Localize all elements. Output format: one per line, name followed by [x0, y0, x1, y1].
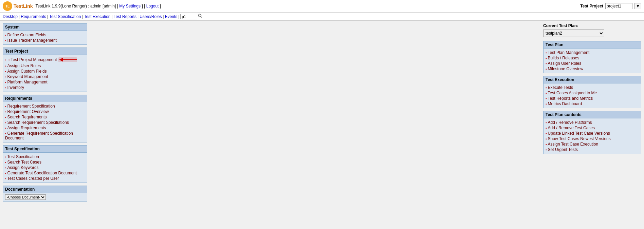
documentation-row: -Choose Document-: [5, 194, 85, 200]
section-documentation-body: -Choose Document-: [3, 193, 87, 202]
rs-test-execution-body: Execute Tests Test Cases Assigned to Me …: [543, 83, 641, 108]
rs-link-set-urgent-tests[interactable]: Set Urgent Tests: [546, 147, 639, 152]
rs-link-milestone-overview[interactable]: Milestone Overview: [546, 66, 639, 72]
nav-search-button[interactable]: [197, 14, 203, 19]
rs-link-test-cases-assigned-to-me[interactable]: Test Cases Assigned to Me: [546, 90, 639, 96]
link-platform-management[interactable]: Platform Management: [5, 79, 85, 85]
link-define-custom-fields[interactable]: Define Custom Fields: [5, 32, 85, 38]
svg-point-0: [199, 14, 201, 17]
section-system: System Define Custom Fields Issue Tracke…: [3, 23, 87, 45]
link-test-project-management[interactable]: ▪Test Project Management: [5, 57, 57, 62]
rs-link-execute-tests[interactable]: Execute Tests: [546, 85, 639, 90]
link-generate-req-doc[interactable]: Generate Requirement Specification Docum…: [5, 131, 85, 141]
rs-link-assign-test-case-execution[interactable]: Assign Test Case Execution: [546, 141, 639, 147]
link-inventory[interactable]: Inventory: [5, 85, 85, 90]
link-search-test-cases[interactable]: Search Test Cases: [5, 159, 85, 165]
link-issue-tracker[interactable]: Issue Tracker Management: [5, 38, 85, 43]
test-plan-select[interactable]: testplan2: [543, 30, 604, 37]
nav-desktop[interactable]: Desktop: [3, 14, 18, 19]
link-keyword-management[interactable]: Keyword Management: [5, 74, 85, 79]
section-test-specification: Test Specification Test Specification Se…: [3, 145, 87, 183]
header-bracket-sep: ] [: [142, 4, 145, 8]
rs-link-test-plan-management[interactable]: Test Plan Management: [546, 50, 639, 55]
rs-link-metrics-dashboard[interactable]: Metrics Dashboard: [546, 101, 639, 107]
rs-section-test-execution: Test Execution Execute Tests Test Cases …: [543, 76, 641, 108]
center-content: [90, 21, 540, 217]
header-close: ]: [160, 4, 161, 8]
rs-link-show-newest-versions[interactable]: Show Test Cases Newest Versions: [546, 136, 639, 141]
rs-link-test-reports-metrics[interactable]: Test Reports and Metrics: [546, 96, 639, 101]
rs-test-plan-contents-header: Test Plan contents: [543, 111, 641, 118]
rs-link-assign-user-roles[interactable]: Assign User Roles: [546, 61, 639, 66]
header: TL TestLink TestLink 1.9.9(Lone Ranger) …: [0, 0, 644, 13]
nav-requirements[interactable]: Requirements: [21, 14, 46, 19]
link-requirement-specification[interactable]: Requirement Specification: [5, 103, 85, 109]
red-arrow-annotation: [58, 56, 79, 63]
section-requirements: Requirements Requirement Specification R…: [3, 95, 87, 142]
header-right: Test Project ▼: [580, 3, 641, 9]
search-icon: [198, 14, 203, 18]
current-test-plan-label: Current Test Plan:: [543, 23, 641, 28]
rs-test-execution-header: Test Execution: [543, 76, 641, 83]
nav-users-roles[interactable]: Users/Roles: [140, 14, 162, 19]
rs-test-plan-body: Test Plan Management Builds / Releases A…: [543, 49, 641, 73]
test-project-input[interactable]: [605, 3, 632, 9]
section-system-header: System: [3, 23, 87, 31]
section-test-project-body: ▪Test Project Management Assign User Rol: [3, 55, 87, 92]
sidebar: System Define Custom Fields Issue Tracke…: [0, 21, 90, 217]
link-assign-requirements[interactable]: Assign Requirements: [5, 125, 85, 131]
rs-link-add-remove-test-cases[interactable]: Add / Remove Test Cases: [546, 125, 639, 131]
link-assign-keywords[interactable]: Assign Keywords: [5, 165, 85, 170]
main: System Define Custom Fields Issue Tracke…: [0, 21, 644, 217]
section-requirements-header: Requirements: [3, 95, 87, 102]
nav-test-execution[interactable]: Test Execution: [84, 14, 111, 19]
rs-test-plan-contents-body: Add / Remove Platforms Add / Remove Test…: [543, 118, 641, 154]
header-title-text: TestLink 1.9.9(Lone Ranger) : admin [adm…: [36, 4, 161, 8]
link-test-specification[interactable]: Test Specification: [5, 154, 85, 159]
link-assign-user-roles[interactable]: Assign User Roles: [5, 63, 85, 69]
test-project-label: Test Project: [580, 4, 603, 8]
right-sidebar: Current Test Plan: testplan2 Test Plan T…: [540, 21, 644, 217]
svg-rect-4: [58, 57, 77, 62]
section-requirements-body: Requirement Specification Requirement Ov…: [3, 102, 87, 142]
rs-link-update-linked-case-versions[interactable]: Update Linked Test Case Versions: [546, 131, 639, 136]
section-test-project-header: Test Project: [3, 47, 87, 55]
logout-link[interactable]: Logout: [146, 4, 159, 8]
section-test-spec-header: Test Specification: [3, 145, 87, 153]
logo-text: TestLink: [14, 3, 33, 9]
section-test-project: Test Project ▪Test Project Management: [3, 47, 87, 92]
test-project-mgmt-row: ▪Test Project Management: [5, 56, 85, 63]
logo-icon: TL: [3, 1, 12, 11]
link-search-requirements[interactable]: Search Requirements: [5, 114, 85, 120]
documentation-select[interactable]: -Choose Document-: [5, 194, 46, 200]
link-test-cases-per-user[interactable]: Test Cases created per User: [5, 176, 85, 181]
current-test-plan-section: Current Test Plan: testplan2: [543, 23, 641, 37]
nav-search-input[interactable]: [180, 14, 197, 19]
link-search-req-specifiations[interactable]: Search Requirement Specifiations: [5, 120, 85, 125]
rs-link-builds-releases[interactable]: Builds / Releases: [546, 55, 639, 61]
rs-section-test-plan-contents: Test Plan contents Add / Remove Platform…: [543, 111, 641, 154]
nav-events[interactable]: Events: [165, 14, 178, 19]
nav-sep-1: |: [19, 14, 20, 19]
nav-sep-4: |: [112, 14, 113, 19]
svg-line-1: [201, 17, 202, 18]
header-left: TL TestLink TestLink 1.9.9(Lone Ranger) …: [3, 1, 161, 11]
header-title-main: TestLink 1.9.9(Lone Ranger) : admin [adm…: [36, 4, 118, 8]
section-documentation: Documentation -Choose Document-: [3, 186, 87, 202]
rs-test-plan-header: Test Plan: [543, 41, 641, 49]
link-requirement-overview[interactable]: Requirement Overview: [5, 109, 85, 114]
section-test-spec-body: Test Specification Search Test Cases Ass…: [3, 153, 87, 183]
nav-sep-6: |: [163, 14, 164, 19]
section-system-body: Define Custom Fields Issue Tracker Manag…: [3, 31, 87, 45]
navbar: Desktop | Requirements | Test Specificat…: [0, 13, 644, 21]
dropdown-arrow-icon[interactable]: ▼: [634, 3, 641, 9]
nav-test-reports[interactable]: Test Reports: [114, 14, 136, 19]
nav-sep-2: |: [47, 14, 48, 19]
link-generate-test-spec-doc[interactable]: Generate Test Specification Document: [5, 170, 85, 176]
nav-test-specification[interactable]: Test Specification: [49, 14, 81, 19]
rs-link-add-remove-platforms[interactable]: Add / Remove Platforms: [546, 120, 639, 125]
logo-area: TL TestLink: [3, 1, 33, 11]
link-assign-custom-fields[interactable]: Assign Custom Fields: [5, 69, 85, 74]
nav-sep-5: |: [137, 14, 139, 19]
my-settings-link[interactable]: My Settings: [119, 4, 141, 8]
